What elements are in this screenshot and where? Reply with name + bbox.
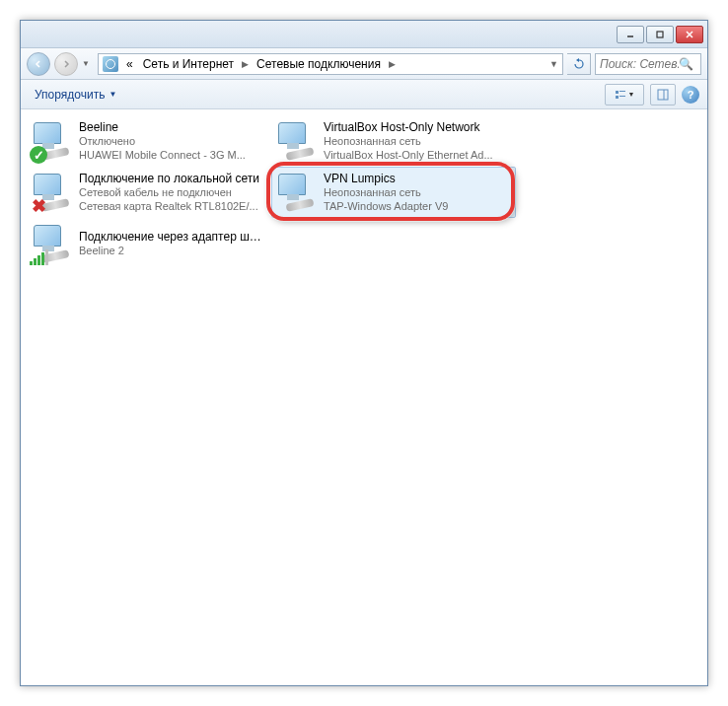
refresh-button[interactable] [567, 53, 591, 75]
svg-rect-6 [616, 96, 619, 99]
close-button[interactable] [676, 26, 703, 43]
address-dropdown-icon[interactable]: ▼ [549, 59, 558, 69]
address-bar[interactable]: « Сеть и Интернет ▶ Сетевые подключения … [98, 53, 563, 75]
search-box[interactable]: 🔍 [595, 53, 701, 75]
network-adapter-icon: ✓ [32, 120, 73, 162]
connection-item[interactable]: VPN LumpicsНеопознанная сетьTAP-Windows … [271, 167, 516, 218]
connection-device: HUAWEI Mobile Connect - 3G M... [79, 149, 246, 163]
nav-bar: ▼ « Сеть и Интернет ▶ Сетевые подключени… [21, 48, 707, 80]
explorer-window: ▼ « Сеть и Интернет ▶ Сетевые подключени… [20, 20, 708, 686]
connection-status: Сетевой кабель не подключен [79, 186, 259, 200]
crumb-network[interactable]: Сеть и Интернет [139, 55, 238, 73]
maximize-button[interactable] [646, 26, 674, 43]
chevron-right-icon[interactable]: ▶ [387, 59, 398, 69]
connection-device: TAP-Windows Adapter V9 [324, 200, 448, 214]
svg-rect-8 [658, 90, 668, 100]
network-location-icon [103, 56, 118, 72]
network-adapter-icon [32, 223, 73, 264]
connection-device: VirtualBox Host-Only Ethernet Ad... [324, 149, 493, 163]
breadcrumb: « Сеть и Интернет ▶ Сетевые подключения … [122, 55, 546, 73]
content-area: ✓BeelineОтключеноHUAWEI Mobile Connect -… [21, 109, 707, 685]
svg-rect-7 [619, 96, 625, 97]
chevron-down-icon: ▼ [628, 91, 635, 98]
view-options-button[interactable]: ▼ [605, 84, 644, 106]
connection-device: Сетевая карта Realtek RTL8102E/... [79, 200, 259, 214]
svg-rect-1 [657, 32, 663, 37]
chevron-right-icon[interactable]: ▶ [240, 59, 251, 69]
search-icon: 🔍 [679, 57, 693, 71]
connection-name: VPN Lumpics [324, 172, 448, 186]
connection-name: Подключение по локальной сети [79, 172, 259, 186]
network-adapter-icon [276, 172, 318, 213]
connection-status: Beeline 2 [79, 245, 266, 258]
help-button[interactable]: ? [682, 86, 699, 104]
titlebar [21, 21, 707, 48]
connection-item[interactable]: Подключение через адаптер широкополосной… [27, 218, 271, 269]
connection-name: Подключение через адаптер широкополосной… [79, 230, 266, 245]
connection-name: VirtualBox Host-Only Network [324, 120, 493, 135]
connection-item[interactable]: VirtualBox Host-Only NetworkНеопознанная… [271, 115, 516, 167]
svg-rect-5 [619, 91, 625, 92]
connection-status: Отключено [79, 135, 246, 149]
network-adapter-icon [276, 120, 318, 162]
preview-pane-button[interactable] [650, 84, 676, 106]
svg-rect-4 [616, 91, 619, 94]
connection-status: Неопознанная сеть [324, 186, 448, 200]
back-button[interactable] [27, 52, 50, 76]
connection-item[interactable]: ✖Подключение по локальной сетиСетевой ка… [27, 167, 271, 218]
network-adapter-icon: ✖ [32, 172, 73, 213]
connection-item[interactable]: ✓BeelineОтключеноHUAWEI Mobile Connect -… [27, 115, 271, 167]
history-dropdown-icon[interactable]: ▼ [82, 59, 94, 68]
organize-button[interactable]: Упорядочить ▼ [29, 85, 122, 105]
forward-button[interactable] [54, 52, 78, 76]
minimize-button[interactable] [617, 26, 644, 43]
organize-label: Упорядочить [35, 88, 105, 102]
connection-status: Неопознанная сеть [324, 135, 493, 149]
crumb-root[interactable]: « [122, 55, 137, 73]
chevron-down-icon: ▼ [109, 90, 116, 99]
crumb-connections[interactable]: Сетевые подключения [253, 55, 385, 73]
search-input[interactable] [600, 57, 679, 71]
connection-name: Beeline [79, 120, 246, 135]
toolbar: Упорядочить ▼ ▼ ? [21, 80, 707, 109]
